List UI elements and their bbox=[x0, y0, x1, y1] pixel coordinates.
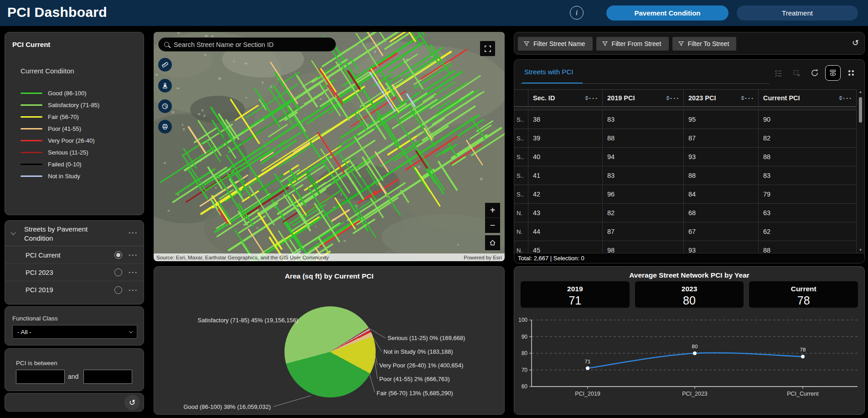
table-reset-button[interactable]: ↺ bbox=[852, 38, 859, 48]
legend-swatch bbox=[21, 116, 42, 118]
streets-by-condition-panel: Streets by Pavement Condition ··· PCI Cu… bbox=[5, 220, 144, 304]
tab-pavement-condition[interactable]: Pavement Condition bbox=[606, 5, 728, 21]
layer-radio-item[interactable]: PCI 2023··· bbox=[5, 264, 144, 281]
chevron-down-icon bbox=[10, 230, 16, 235]
select-rows-button[interactable] bbox=[770, 65, 786, 81]
cell-value: 96 bbox=[603, 185, 684, 203]
functional-class-label: Functional Class bbox=[12, 315, 58, 322]
person-locator-icon bbox=[161, 82, 169, 89]
sort-down bbox=[585, 98, 589, 100]
item-menu-icon[interactable]: ··· bbox=[129, 268, 138, 276]
item-menu-icon[interactable]: ··· bbox=[129, 251, 138, 259]
pie-chart[interactable] bbox=[284, 306, 376, 397]
sort-icon[interactable] bbox=[666, 96, 670, 100]
legend-label: Very Poor (26-40) bbox=[48, 137, 95, 144]
reset-filters-button[interactable]: ↺ bbox=[124, 395, 140, 410]
cell-street-name: S.. bbox=[514, 166, 528, 185]
legend-item: Not in Study bbox=[21, 170, 139, 182]
radio-unselected[interactable] bbox=[114, 268, 122, 276]
table-row[interactable]: S..42968479 bbox=[514, 185, 857, 204]
scrollbar-thumb[interactable] bbox=[859, 97, 862, 123]
table-row[interactable]: N.44876762 bbox=[514, 222, 857, 241]
cell-value: 90 bbox=[759, 110, 857, 129]
filter-button-2[interactable]: Filter To Street bbox=[672, 37, 737, 51]
funnel-icon bbox=[523, 41, 530, 47]
pci-max-input[interactable] bbox=[83, 370, 132, 384]
legend-swatch bbox=[21, 93, 42, 94]
funnel-icon bbox=[678, 41, 684, 47]
cell-value: 62 bbox=[759, 222, 857, 241]
radio-selected[interactable] bbox=[114, 251, 122, 259]
info-icon[interactable]: i bbox=[570, 6, 584, 20]
cell-street-name: S.. bbox=[514, 129, 528, 147]
item-menu-icon[interactable]: ··· bbox=[129, 286, 138, 294]
cell-value: 83 bbox=[603, 166, 684, 185]
cell-value: 84 bbox=[684, 185, 759, 203]
map-panel: + − Source: Esri, Maxar, Earthstar Geogr… bbox=[154, 32, 505, 261]
zoom-out-button[interactable]: − bbox=[485, 218, 500, 233]
refresh-button[interactable] bbox=[807, 65, 822, 81]
map-canvas[interactable] bbox=[154, 32, 505, 261]
table-row[interactable]: S..41838883 bbox=[514, 166, 857, 185]
home-button[interactable] bbox=[485, 235, 500, 250]
cell-value: 88 bbox=[684, 166, 759, 185]
ruler-icon bbox=[161, 61, 169, 68]
svg-text:PCI_2023: PCI_2023 bbox=[682, 391, 708, 397]
cell-value: 83 bbox=[603, 110, 684, 129]
tab-baseline bbox=[520, 83, 770, 84]
table-header-spacer bbox=[514, 107, 857, 110]
column-header-2019 PCI: 2019 PCI··· bbox=[603, 90, 684, 106]
tab-streets-with-pci[interactable]: Streets with PCI bbox=[524, 68, 574, 76]
measure-tool-button[interactable] bbox=[158, 58, 172, 72]
column-menu-icon[interactable]: ··· bbox=[843, 94, 852, 102]
actions-grid-button[interactable] bbox=[843, 65, 859, 81]
fullscreen-button[interactable] bbox=[480, 41, 495, 56]
search-input[interactable] bbox=[174, 41, 330, 48]
sort-down bbox=[741, 98, 744, 100]
table-scrollbar[interactable]: ▲ ▼ bbox=[858, 90, 863, 252]
table-row[interactable]: S..40949388 bbox=[514, 148, 857, 166]
scroll-down-icon[interactable]: ▼ bbox=[858, 248, 863, 252]
sort-icon[interactable] bbox=[839, 96, 842, 100]
legend-swatch bbox=[21, 104, 42, 106]
filter-button-0[interactable]: Filter Street Name bbox=[518, 37, 593, 51]
column-menu-icon[interactable]: ··· bbox=[670, 94, 680, 102]
tab-treatment[interactable]: Treatment bbox=[737, 5, 858, 21]
scroll-up-icon[interactable]: ▲ bbox=[858, 90, 863, 94]
table-row[interactable]: S..38839590 bbox=[514, 110, 857, 129]
table-row[interactable]: S..39888782 bbox=[514, 129, 857, 148]
streetview-tool-button[interactable] bbox=[158, 79, 172, 93]
sort-icon[interactable] bbox=[585, 96, 589, 100]
cell-value: 82 bbox=[759, 129, 857, 147]
apps-grid-icon bbox=[847, 69, 855, 77]
legend-label: Failed (0-10) bbox=[48, 161, 82, 168]
streets-panel-header[interactable]: Streets by Pavement Condition ··· bbox=[5, 221, 144, 246]
panel-menu-icon[interactable]: ··· bbox=[129, 229, 138, 237]
filter-button-1[interactable]: Filter From Street bbox=[596, 37, 669, 51]
sort-icon[interactable] bbox=[741, 96, 744, 100]
legend-item: Failed (0-10) bbox=[21, 158, 139, 170]
pci-min-input[interactable] bbox=[16, 370, 65, 384]
layer-radio-item[interactable]: PCI 2019··· bbox=[5, 281, 144, 299]
table-row[interactable]: N.45989388 bbox=[514, 241, 857, 253]
column-menu-icon[interactable]: ··· bbox=[745, 94, 754, 102]
basemap-tool-button[interactable] bbox=[158, 99, 172, 113]
functional-class-select[interactable]: - All - bbox=[12, 325, 137, 339]
show-hide-columns-button[interactable] bbox=[825, 65, 841, 81]
zoom-in-button[interactable]: + bbox=[485, 203, 500, 218]
streets-panel-title: Streets by Pavement Condition bbox=[24, 225, 108, 243]
table-header: Sec. ID···2019 PCI···2023 PCI···Current … bbox=[514, 89, 857, 107]
sort-up bbox=[585, 96, 589, 98]
column-header-name bbox=[514, 90, 528, 106]
clear-selection-button[interactable] bbox=[789, 65, 804, 81]
print-tool-button[interactable] bbox=[158, 120, 172, 134]
layer-radio-item[interactable]: PCI Current··· bbox=[5, 247, 144, 264]
column-menu-icon[interactable]: ··· bbox=[589, 94, 599, 102]
cell-value: 87 bbox=[684, 129, 759, 147]
column-header-Current PCI: Current PCI··· bbox=[759, 90, 857, 106]
radio-unselected[interactable] bbox=[114, 286, 122, 294]
cell-value: 88 bbox=[759, 241, 857, 253]
filter-buttons: Filter Street NameFilter From StreetFilt… bbox=[514, 32, 864, 55]
table-row[interactable]: N.43826863 bbox=[514, 204, 857, 222]
pci-dashboard: PCI Dashboard i Pavement Condition Treat… bbox=[0, 0, 868, 418]
